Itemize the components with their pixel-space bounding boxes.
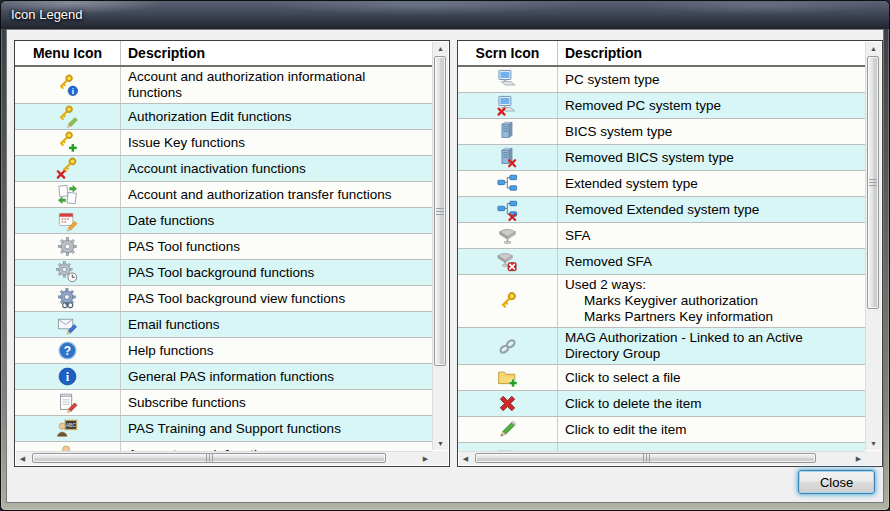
table-row: SFA <box>458 223 865 249</box>
table-row: Used 2 ways:Marks Keygiver authorization… <box>458 275 865 328</box>
scroll-down-arrow[interactable]: ▼ <box>866 437 881 450</box>
scrollbar-corner <box>865 451 881 465</box>
dialog-titlebar[interactable]: Icon Legend <box>1 1 889 29</box>
edit-icon <box>458 417 558 442</box>
svg-text:i: i <box>66 370 70 384</box>
thumb-grip <box>206 454 213 462</box>
row-description: Removed Extended system type <box>558 197 865 222</box>
dialog-content: Menu Icon Description iAccount and autho… <box>6 29 884 503</box>
row-description: Click to send an email <box>558 443 865 451</box>
dialog-title: Icon Legend <box>11 7 83 22</box>
help-icon: ? <box>15 338 121 363</box>
row-description: PC system type <box>558 67 865 92</box>
thumb-grip <box>869 179 877 186</box>
table-row: ?Help functions <box>15 338 432 364</box>
table-row: Removed SFA <box>458 249 865 275</box>
bics-icon <box>458 119 558 144</box>
thumb-grip <box>436 208 444 215</box>
scroll-left-arrow[interactable]: ◀ <box>459 452 472 465</box>
gear-view-icon <box>15 286 121 311</box>
row-description: PAS Training and Support functions <box>121 416 432 441</box>
vertical-scrollbar[interactable]: ▲ ▼ <box>432 42 448 450</box>
row-description: Removed PC system type <box>558 93 865 118</box>
table-row: PAS Tool background functions <box>15 260 432 286</box>
row-description: Click to select a file <box>558 365 865 390</box>
row-description: Date functions <box>121 208 432 233</box>
table-row: Click to edit the item <box>458 417 865 443</box>
scroll-right-arrow[interactable]: ▶ <box>852 452 865 465</box>
row-description: Account and authorization transfer funct… <box>121 182 432 207</box>
row-description: Email functions <box>121 312 432 337</box>
scroll-up-arrow[interactable]: ▲ <box>433 42 448 55</box>
table-row: Click to select a file <box>458 365 865 391</box>
row-description: Help functions <box>121 338 432 363</box>
row-description: Click to edit the item <box>558 417 865 442</box>
menu-table-header: Menu Icon Description <box>15 41 432 67</box>
description-column-header: Description <box>558 45 865 61</box>
horizontal-scrollbar-thumb[interactable] <box>32 453 386 463</box>
bics-removed-icon <box>458 145 558 170</box>
vertical-scrollbar-thumb[interactable] <box>867 56 879 309</box>
folder-add-icon <box>458 365 558 390</box>
table-row: Removed BICS system type <box>458 145 865 171</box>
key-add-icon <box>15 130 121 155</box>
table-row: Extended system type <box>458 171 865 197</box>
account-search-icon <box>15 442 121 451</box>
row-description: Subscribe functions <box>121 390 432 415</box>
vertical-scrollbar-thumb[interactable] <box>434 56 446 366</box>
delete-icon <box>458 391 558 416</box>
scroll-right-arrow[interactable]: ▶ <box>419 452 432 465</box>
table-row: Date functions <box>15 208 432 234</box>
row-description: PAS Tool background functions <box>121 260 432 285</box>
horizontal-scrollbar-thumb[interactable] <box>475 453 816 463</box>
menu-icon-column-header: Menu Icon <box>15 41 121 65</box>
table-row: BICS system type <box>458 119 865 145</box>
table-row: Issue Key functions <box>15 130 432 156</box>
horizontal-scrollbar[interactable]: ◀ ▶ <box>459 451 865 465</box>
pc-removed-icon <box>458 93 558 118</box>
table-row: Authorization Edit functions <box>15 104 432 130</box>
row-description: Click to delete the item <box>558 391 865 416</box>
scroll-left-arrow[interactable]: ◀ <box>16 452 29 465</box>
table-row: ABCPAS Training and Support functions <box>15 416 432 442</box>
info-icon: i <box>15 364 121 389</box>
key-icon <box>458 275 558 327</box>
gear-clock-icon <box>15 260 121 285</box>
table-row: Click to send an email <box>458 443 865 451</box>
row-description: MAG Authorization - Linked to an Active … <box>558 328 865 364</box>
description-column-header: Description <box>121 45 432 61</box>
table-row: Account search functions <box>15 442 432 451</box>
link-icon <box>458 328 558 364</box>
table-row: PAS Tool background view functions <box>15 286 432 312</box>
row-description: Removed BICS system type <box>558 145 865 170</box>
key-info-icon: i <box>15 67 121 103</box>
row-description: Account and authorization informational … <box>121 67 432 103</box>
extended-icon <box>458 171 558 196</box>
menu-icon-legend-panel: Menu Icon Description iAccount and autho… <box>14 40 450 467</box>
training-icon: ABC <box>15 416 121 441</box>
row-description: SFA <box>558 223 865 248</box>
row-description: Extended system type <box>558 171 865 196</box>
row-description: PAS Tool functions <box>121 234 432 259</box>
sfa-removed-icon <box>458 249 558 274</box>
menu-icon-table-body: iAccount and authorization informational… <box>15 67 432 451</box>
table-row: Account and authorization transfer funct… <box>15 182 432 208</box>
table-row: iGeneral PAS information functions <box>15 364 432 390</box>
close-button[interactable]: Close <box>798 470 875 494</box>
scroll-down-arrow[interactable]: ▼ <box>433 437 448 450</box>
scroll-up-arrow[interactable]: ▲ <box>866 42 881 55</box>
scrn-icon-column-header: Scrn Icon <box>458 41 558 65</box>
scrollbar-corner <box>432 451 448 465</box>
table-row: Email functions <box>15 312 432 338</box>
horizontal-scrollbar[interactable]: ◀ ▶ <box>16 451 432 465</box>
pc-icon <box>458 67 558 92</box>
table-row: Removed Extended system type <box>458 197 865 223</box>
row-description: Issue Key functions <box>121 130 432 155</box>
vertical-scrollbar[interactable]: ▲ ▼ <box>865 42 881 450</box>
row-description: PAS Tool background view functions <box>121 286 432 311</box>
key-edit-icon <box>15 104 121 129</box>
calendar-edit-icon <box>15 208 121 233</box>
screen-table-header: Scrn Icon Description <box>458 41 865 67</box>
row-description: Account search functions <box>121 442 432 451</box>
transfer-icon <box>15 182 121 207</box>
